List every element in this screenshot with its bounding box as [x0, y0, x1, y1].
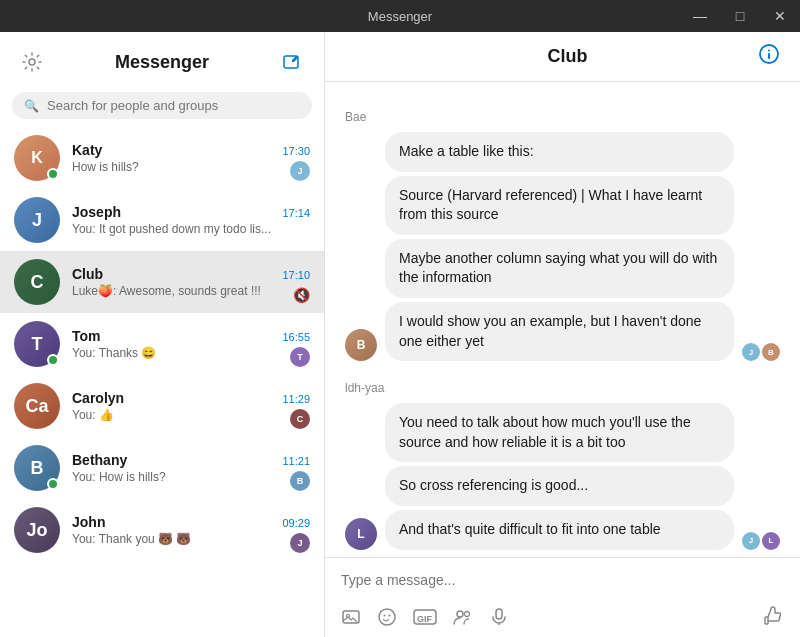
avatar-wrapper-tom: T: [14, 321, 60, 367]
conv-name-carolyn: Carolyn: [72, 390, 124, 406]
avatar-joseph: J: [14, 197, 60, 243]
conv-thumb-john: J: [290, 533, 310, 553]
message-bubble: So cross referencing is good...: [385, 466, 734, 506]
search-bar[interactable]: 🔍: [12, 92, 312, 119]
viewers-bae: J B: [742, 343, 780, 361]
conv-preview-club: Luke🍑: Awesome, sounds great !!!: [72, 284, 310, 298]
sender-label-ldh: ldh-yaa: [345, 381, 780, 395]
sidebar-header: Messenger: [0, 32, 324, 92]
chat-area: Club Bae B Make a table like this: Sourc…: [325, 32, 800, 637]
thumbsup-icon[interactable]: [762, 606, 784, 633]
avatar-wrapper-katy: K: [14, 135, 60, 181]
info-button[interactable]: [758, 43, 780, 70]
search-icon: 🔍: [24, 99, 39, 113]
conv-thumb-tom: T: [290, 347, 310, 367]
conv-item-carolyn[interactable]: Ca Carolyn 11:29 You: 👍 C: [0, 375, 324, 437]
minimize-button[interactable]: —: [680, 0, 720, 32]
chat-input-area: GIF: [325, 557, 800, 637]
avatar-wrapper-joseph: J: [14, 197, 60, 243]
svg-point-3: [768, 50, 770, 52]
conv-item-john[interactable]: Jo John 09:29 You: Thank you 🐻 🐻 J: [0, 499, 324, 561]
microphone-icon[interactable]: [489, 607, 509, 632]
conv-top-john: John 09:29: [72, 514, 310, 530]
svg-point-0: [29, 59, 35, 65]
message-group-ldh: L You need to talk about how much you'll…: [345, 403, 780, 549]
conv-top-carolyn: Carolyn 11:29: [72, 390, 310, 406]
conv-info-tom: Tom 16:55 You: Thanks 😄: [72, 328, 310, 360]
emoji-icon[interactable]: [377, 607, 397, 632]
conv-thumb-carolyn: C: [290, 409, 310, 429]
sidebar-title: Messenger: [115, 52, 209, 73]
search-input[interactable]: [47, 98, 300, 113]
conv-name-john: John: [72, 514, 105, 530]
conv-item-bethany[interactable]: B Bethany 11:21 You: How is hills? B: [0, 437, 324, 499]
sender-label-bae: Bae: [345, 110, 780, 124]
conv-info-bethany: Bethany 11:21 You: How is hills?: [72, 452, 310, 484]
ldh-bubbles: You need to talk about how much you'll u…: [385, 403, 734, 549]
message-row: L You need to talk about how much you'll…: [345, 403, 780, 549]
conv-top-joseph: Joseph 17:14: [72, 204, 310, 220]
messages-container: Bae B Make a table like this: Source (Ha…: [325, 82, 800, 557]
titlebar-title: Messenger: [368, 9, 432, 24]
chat-title: Club: [377, 46, 758, 67]
avatar-wrapper-club: C: [14, 259, 60, 305]
input-toolbar: GIF: [325, 602, 800, 637]
sidebar: Messenger 🔍 K Katy: [0, 32, 325, 637]
close-button[interactable]: ✕: [760, 0, 800, 32]
conv-thumb-bethany: B: [290, 471, 310, 491]
conv-name-club: Club: [72, 266, 103, 282]
conv-top-katy: Katy 17:30: [72, 142, 310, 158]
gif-icon[interactable]: GIF: [413, 607, 437, 632]
conv-info-carolyn: Carolyn 11:29 You: 👍: [72, 390, 310, 422]
conv-time-tom: 16:55: [282, 331, 310, 343]
conv-preview-john: You: Thank you 🐻 🐻: [72, 532, 310, 546]
message-bubble: You need to talk about how much you'll u…: [385, 403, 734, 462]
conversation-list: K Katy 17:30 How is hills? J J: [0, 127, 324, 637]
conv-preview-carolyn: You: 👍: [72, 408, 310, 422]
conv-name-katy: Katy: [72, 142, 102, 158]
avatar-carolyn: Ca: [14, 383, 60, 429]
message-input[interactable]: [341, 572, 784, 588]
svg-point-12: [457, 611, 463, 617]
svg-rect-14: [496, 609, 502, 619]
avatar-wrapper-bethany: B: [14, 445, 60, 491]
svg-text:GIF: GIF: [417, 614, 433, 624]
maximize-button[interactable]: □: [720, 0, 760, 32]
conv-top-tom: Tom 16:55: [72, 328, 310, 344]
svg-point-7: [379, 609, 395, 625]
conv-item-katy[interactable]: K Katy 17:30 How is hills? J: [0, 127, 324, 189]
conv-time-carolyn: 11:29: [282, 393, 310, 405]
svg-point-9: [389, 615, 391, 617]
conv-item-club[interactable]: C Club 17:10 Luke🍑: Awesome, sounds grea…: [0, 251, 324, 313]
msg-avatar-ldh: L: [345, 518, 377, 550]
message-bubble: Make a table like this:: [385, 132, 734, 172]
new-message-button[interactable]: [276, 46, 308, 78]
conv-name-tom: Tom: [72, 328, 101, 344]
conv-item-tom[interactable]: T Tom 16:55 You: Thanks 😄 T: [0, 313, 324, 375]
message-bubble: And that's quite difficult to fit into o…: [385, 510, 734, 550]
conv-time-john: 09:29: [282, 517, 310, 529]
viewers-ldh: J L: [742, 532, 780, 550]
viewer-avatar: L: [762, 532, 780, 550]
titlebar-controls: — □ ✕: [680, 0, 800, 32]
photo-icon[interactable]: [341, 607, 361, 632]
conv-preview-tom: You: Thanks 😄: [72, 346, 310, 360]
settings-button[interactable]: [16, 46, 48, 78]
online-badge-katy: [47, 168, 59, 180]
bae-bubbles: Make a table like this: Source (Harvard …: [385, 132, 734, 361]
conv-info-joseph: Joseph 17:14 You: It got pushed down my …: [72, 204, 310, 236]
conv-time-club: 17:10: [282, 269, 310, 281]
conv-time-joseph: 17:14: [282, 207, 310, 219]
message-bubble: I would show you an example, but I haven…: [385, 302, 734, 361]
conv-preview-joseph: You: It got pushed down my todo lis...: [72, 222, 310, 236]
svg-point-13: [465, 612, 470, 617]
conv-info-katy: Katy 17:30 How is hills?: [72, 142, 310, 174]
message-group-bae: B Make a table like this: Source (Harvar…: [345, 132, 780, 361]
people-icon[interactable]: [453, 607, 473, 632]
conv-preview-bethany: You: How is hills?: [72, 470, 310, 484]
muted-icon: 🔇: [293, 287, 310, 303]
conv-time-bethany: 11:21: [282, 455, 310, 467]
conv-name-bethany: Bethany: [72, 452, 127, 468]
conv-item-joseph[interactable]: J Joseph 17:14 You: It got pushed down m…: [0, 189, 324, 251]
message-row: B Make a table like this: Source (Harvar…: [345, 132, 780, 361]
